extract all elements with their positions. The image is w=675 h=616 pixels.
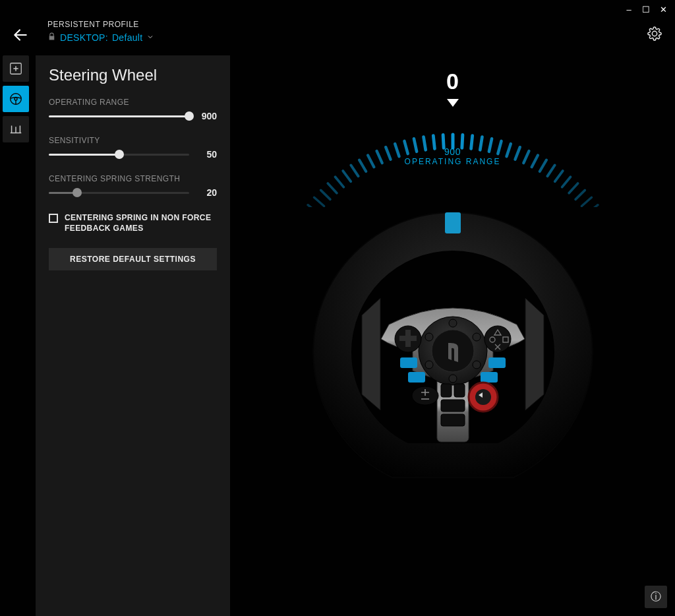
svg-line-10 xyxy=(320,190,330,199)
svg-rect-63 xyxy=(400,357,417,368)
nav-add[interactable] xyxy=(3,55,29,82)
sensitivity-label: SENSITIVITY xyxy=(49,136,217,145)
svg-line-9 xyxy=(314,197,324,206)
nav-pedals[interactable] xyxy=(3,116,29,142)
svg-line-18 xyxy=(386,147,390,160)
svg-point-55 xyxy=(449,375,457,383)
svg-point-52 xyxy=(449,319,457,327)
centering-spring-setting: CENTERING SPRING STRENGTH 20 xyxy=(49,174,217,198)
svg-line-27 xyxy=(471,136,472,149)
svg-line-11 xyxy=(328,183,337,193)
profile-link-prefix: DESKTOP: xyxy=(60,32,108,43)
svg-line-38 xyxy=(562,177,570,187)
steering-wheel-icon xyxy=(9,92,23,106)
svg-rect-72 xyxy=(441,400,465,412)
pedals-icon xyxy=(9,122,23,137)
svg-point-57 xyxy=(425,333,433,341)
settings-button[interactable] xyxy=(647,26,662,44)
close-button[interactable]: ✕ xyxy=(655,3,671,16)
op-range-label: OPERATING RANGE xyxy=(405,157,501,166)
centering-spring-nonffb-checkbox[interactable] xyxy=(49,214,58,223)
lock-icon xyxy=(47,32,56,44)
operating-range-slider[interactable] xyxy=(49,115,189,117)
svg-line-40 xyxy=(575,190,585,199)
svg-line-13 xyxy=(343,171,351,181)
gear-icon xyxy=(647,26,662,41)
svg-rect-48 xyxy=(445,212,461,233)
svg-line-26 xyxy=(461,135,462,148)
svg-line-41 xyxy=(581,197,591,206)
svg-line-37 xyxy=(554,171,562,181)
op-range-number: 900 xyxy=(444,146,461,157)
profile-header: PERSISTENT PROFILE DESKTOP: Default xyxy=(47,20,154,44)
svg-line-31 xyxy=(506,144,510,156)
maximize-button[interactable]: ☐ xyxy=(638,3,654,16)
svg-point-54 xyxy=(473,361,481,369)
minimize-button[interactable]: – xyxy=(621,3,637,16)
sensitivity-setting: SENSITIVITY 50 xyxy=(49,136,217,160)
svg-line-16 xyxy=(368,155,374,167)
nav-steering-wheel[interactable] xyxy=(3,86,29,112)
operating-range-value: 900 xyxy=(194,111,217,121)
svg-rect-66 xyxy=(481,372,498,383)
svg-rect-73 xyxy=(441,414,465,426)
svg-line-20 xyxy=(404,141,407,154)
svg-point-69 xyxy=(475,389,491,405)
svg-line-28 xyxy=(480,137,482,150)
centering-spring-value: 20 xyxy=(194,187,217,198)
svg-line-14 xyxy=(351,166,358,177)
panel-title: Steering Wheel xyxy=(49,66,217,84)
svg-line-24 xyxy=(443,135,444,148)
restore-defaults-button[interactable]: RESTORE DEFAULT SETTINGS xyxy=(49,248,217,270)
profile-link-name: Default xyxy=(112,32,142,43)
svg-line-19 xyxy=(395,144,399,156)
svg-line-32 xyxy=(515,147,519,160)
wheel-visualization: 0 900 OPERATING RANGE xyxy=(230,55,675,616)
svg-line-33 xyxy=(523,151,529,163)
profile-selector[interactable]: DESKTOP: Default xyxy=(47,32,154,44)
svg-line-29 xyxy=(488,139,491,152)
svg-line-15 xyxy=(359,160,366,171)
info-button[interactable]: ⓘ xyxy=(645,586,667,608)
svg-line-30 xyxy=(498,141,501,154)
centering-spring-nonffb-row: CENTERING SPRING IN NON FORCE FEEDBACK G… xyxy=(49,212,217,233)
svg-line-34 xyxy=(531,155,537,167)
settings-panel: Steering Wheel OPERATING RANGE 900 SENSI… xyxy=(36,55,230,616)
chevron-down-icon xyxy=(146,32,154,44)
operating-range-label: OPERATING RANGE xyxy=(49,98,217,107)
svg-rect-71 xyxy=(454,384,465,397)
back-button[interactable] xyxy=(12,26,29,44)
centering-spring-slider[interactable] xyxy=(49,192,189,194)
svg-rect-65 xyxy=(488,357,506,368)
info-icon: ⓘ xyxy=(651,590,661,604)
svg-line-12 xyxy=(335,177,343,187)
window-controls: – ☐ ✕ xyxy=(621,3,671,16)
svg-rect-70 xyxy=(441,384,452,397)
svg-rect-64 xyxy=(408,372,425,383)
svg-point-53 xyxy=(473,333,481,341)
plus-box-icon xyxy=(9,61,23,76)
svg-line-36 xyxy=(547,166,554,177)
arrow-left-icon xyxy=(12,26,29,44)
svg-line-35 xyxy=(539,160,546,171)
svg-line-39 xyxy=(569,183,578,193)
svg-point-56 xyxy=(425,361,433,369)
svg-line-22 xyxy=(423,137,425,150)
svg-line-21 xyxy=(413,139,416,152)
sensitivity-value: 50 xyxy=(194,149,217,160)
svg-point-51 xyxy=(432,330,474,372)
svg-line-17 xyxy=(376,151,382,163)
centering-spring-label: CENTERING SPRING STRENGTH xyxy=(49,174,217,183)
steering-wheel-svg xyxy=(308,207,598,497)
sensitivity-slider[interactable] xyxy=(49,154,189,156)
steering-wheel-graphic xyxy=(308,207,598,497)
persistent-profile-label: PERSISTENT PROFILE xyxy=(47,20,154,29)
centering-spring-nonffb-label: CENTERING SPRING IN NON FORCE FEEDBACK G… xyxy=(65,212,217,233)
svg-line-23 xyxy=(433,136,434,149)
svg-point-2 xyxy=(15,98,17,100)
operating-range-setting: OPERATING RANGE 900 xyxy=(49,98,217,121)
side-nav xyxy=(0,55,32,142)
